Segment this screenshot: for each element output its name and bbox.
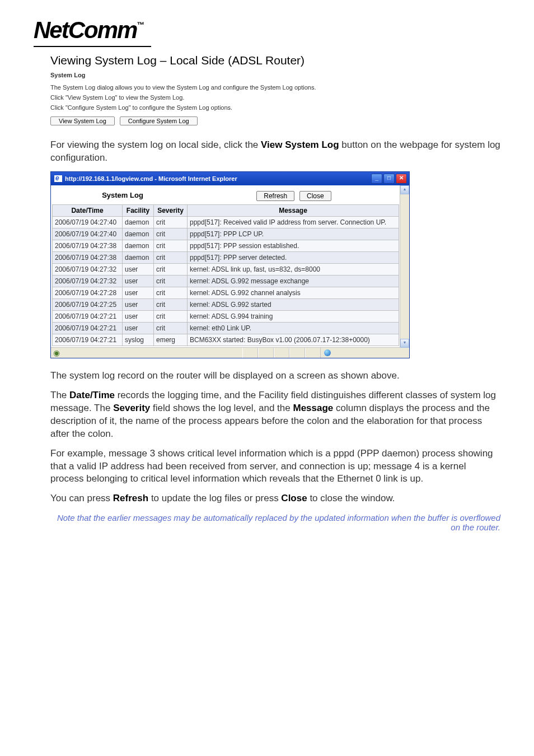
cell-sev: crit (154, 263, 188, 275)
cell-dt: 2006/07/19 04:27:21 (53, 334, 123, 346)
table-row: 2006/07/19 04:27:21usercritkernel: eth0 … (53, 322, 399, 334)
ie-title-text: http://192.168.1.1/logview.cmd - Microso… (65, 175, 237, 182)
cell-msg: kernel: ADSL link up, fast, us=832, ds=8… (188, 263, 399, 275)
cell-fac: daemon (123, 240, 154, 251)
internet-zone-icon (324, 349, 331, 356)
table-row: 2006/07/19 04:27:21usercritkernel: ADSL … (53, 310, 399, 322)
cell-fac: user (123, 322, 154, 334)
ie-status-bar: ◉ (51, 347, 409, 358)
cell-sev: crit (154, 275, 188, 287)
cell-fac: user (123, 310, 154, 322)
brand-tm: ™ (137, 20, 144, 29)
para-1: For viewing the system log on local side… (50, 139, 500, 165)
table-row: 2006/07/19 04:27:32usercritkernel: ADSL … (53, 263, 399, 275)
cell-msg: kernel: eth0 Link UP. (188, 322, 399, 334)
section-title: Viewing System Log – Local Side (ADSL Ro… (50, 54, 500, 67)
table-row: 2006/07/19 04:27:28usercritkernel: ADSL … (53, 287, 399, 298)
view-system-log-button[interactable]: View System Log (50, 116, 115, 125)
syslog-config-title: System Log (50, 72, 500, 78)
ie-window: http://192.168.1.1/logview.cmd - Microso… (50, 171, 410, 358)
cell-dt: 2006/07/19 04:27:32 (53, 275, 123, 287)
maximize-button[interactable]: □ (383, 174, 395, 184)
cell-sev: crit (154, 298, 188, 310)
cell-sev: crit (154, 287, 188, 298)
scroll-up-button[interactable]: ▴ (400, 185, 409, 194)
cell-msg: kernel: ADSL G.992 channel analysis (188, 287, 399, 298)
configure-system-log-button[interactable]: Configure System Log (120, 116, 198, 125)
log-panel-title: System Log (54, 191, 191, 199)
syslog-view-line: Click "View System Log" to view the Syst… (50, 94, 500, 101)
para-2: The system log record on the router will… (50, 370, 500, 382)
cell-sev: crit (154, 216, 188, 228)
close-window-button[interactable]: ✕ (396, 174, 407, 184)
table-row: 2006/07/19 04:27:32usercritkernel: ADSL … (53, 275, 399, 287)
cell-dt: 2006/07/19 04:27:28 (53, 287, 123, 298)
table-row: 2006/07/19 04:27:38daemoncritpppd[517]: … (53, 240, 399, 251)
cell-sev: crit (154, 251, 188, 263)
scroll-down-button[interactable]: ▾ (400, 339, 409, 348)
vertical-scrollbar[interactable]: ▴ ▾ (400, 185, 409, 348)
cell-msg: BCM63XX started: BusyBox v1.00 (2006.07.… (188, 334, 399, 346)
cell-fac: daemon (123, 216, 154, 228)
cell-msg: pppd[517]: Received valid IP address fro… (188, 216, 399, 228)
cell-dt: 2006/07/19 04:27:32 (53, 263, 123, 275)
cell-fac: user (123, 275, 154, 287)
table-row: 2006/07/19 04:27:38daemoncritpppd[517]: … (53, 251, 399, 263)
cell-sev: crit (154, 310, 188, 322)
cell-sev: crit (154, 228, 188, 240)
log-table: Date/Time Facility Severity Message 2006… (52, 204, 399, 346)
col-datetime: Date/Time (53, 204, 123, 216)
cell-fac: user (123, 298, 154, 310)
cell-msg: kernel: ADSL G.992 started (188, 298, 399, 310)
table-row: 2006/07/19 04:27:25usercritkernel: ADSL … (53, 298, 399, 310)
refresh-button[interactable]: Refresh (256, 191, 294, 201)
cell-fac: daemon (123, 228, 154, 240)
note-text: Note that the earlier messages may be au… (50, 513, 500, 532)
cell-dt: 2006/07/19 04:27:38 (53, 251, 123, 263)
cell-dt: 2006/07/19 04:27:38 (53, 240, 123, 251)
table-row: 2006/07/19 04:27:40daemoncritpppd[517]: … (53, 216, 399, 228)
para-3: The Date/Time records the logging time, … (50, 389, 500, 441)
cell-msg: kernel: ADSL G.994 training (188, 310, 399, 322)
col-facility: Facility (123, 204, 154, 216)
syslog-conf-line: Click "Configure System Log" to configur… (50, 104, 500, 111)
col-severity: Severity (154, 204, 188, 216)
brand-logo: NetComm™ (34, 17, 500, 44)
para-4: For example, message 3 shows critical le… (50, 447, 500, 486)
ie-page-icon: ◉ (51, 348, 62, 357)
syslog-intro: The System Log dialog allows you to view… (50, 84, 500, 91)
cell-dt: 2006/07/19 04:27:25 (53, 298, 123, 310)
table-row: 2006/07/19 04:27:21syslogemergBCM63XX st… (53, 334, 399, 346)
cell-fac: user (123, 263, 154, 275)
ie-icon (54, 175, 62, 182)
syslog-config-box: System Log The System Log dialog allows … (50, 72, 500, 125)
cell-msg: pppd[517]: PPP session established. (188, 240, 399, 251)
cell-msg: pppd[517]: PPP LCP UP. (188, 228, 399, 240)
cell-dt: 2006/07/19 04:27:21 (53, 310, 123, 322)
table-row: 2006/07/19 04:27:40daemoncritpppd[517]: … (53, 228, 399, 240)
col-message: Message (188, 204, 399, 216)
brand-name: NetComm (34, 17, 137, 43)
cell-msg: pppd[517]: PPP server detected. (188, 251, 399, 263)
cell-dt: 2006/07/19 04:27:40 (53, 216, 123, 228)
cell-sev: crit (154, 322, 188, 334)
cell-sev: emerg (154, 334, 188, 346)
brand-underline (34, 46, 151, 47)
cell-dt: 2006/07/19 04:27:21 (53, 322, 123, 334)
para-5: You can press Refresh to update the log … (50, 492, 500, 505)
cell-fac: daemon (123, 251, 154, 263)
cell-dt: 2006/07/19 04:27:40 (53, 228, 123, 240)
cell-fac: user (123, 287, 154, 298)
cell-msg: kernel: ADSL G.992 message exchange (188, 275, 399, 287)
close-button[interactable]: Close (299, 191, 331, 201)
ie-titlebar[interactable]: http://192.168.1.1/logview.cmd - Microso… (51, 172, 409, 185)
minimize-button[interactable]: _ (371, 174, 382, 184)
cell-fac: syslog (123, 334, 154, 346)
cell-sev: crit (154, 240, 188, 251)
log-header-row: Date/Time Facility Severity Message (53, 204, 399, 216)
